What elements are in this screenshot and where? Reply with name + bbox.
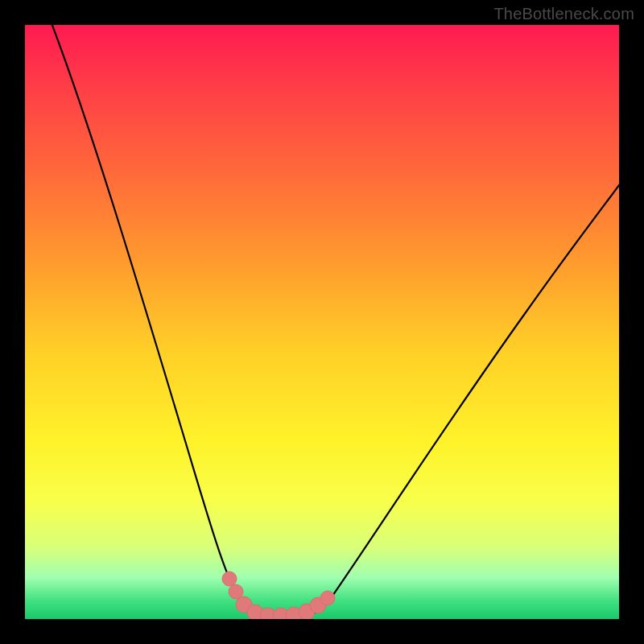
bottleneck-curve <box>49 25 619 617</box>
svg-point-0 <box>222 572 237 586</box>
plot-area <box>25 25 619 619</box>
chart-frame: TheBottleneck.com <box>0 0 644 644</box>
bottleneck-curve-svg <box>25 25 619 619</box>
valley-markers <box>222 572 335 619</box>
watermark-text: TheBottleneck.com <box>493 5 634 23</box>
svg-point-9 <box>320 591 335 605</box>
